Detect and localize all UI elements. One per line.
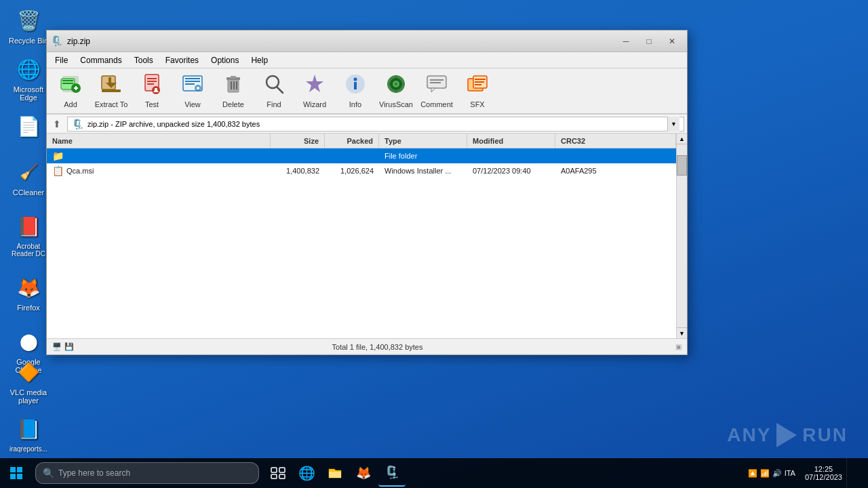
file-size-cell: 1,400,832 [271, 165, 325, 176]
find-icon [263, 73, 285, 98]
virusscan-icon [385, 73, 407, 98]
svg-rect-47 [430, 82, 441, 83]
find-button[interactable]: Find [254, 70, 294, 111]
test-button[interactable]: Test [132, 70, 172, 111]
tray-volume-icon: 🔊 [772, 469, 782, 478]
scroll-up-button[interactable]: ▲ [677, 134, 687, 144]
search-icon: 🔍 [43, 468, 54, 479]
edge-icon[interactable]: 🌐 Microsoft Edge [7, 56, 50, 102]
view-label: View [184, 100, 201, 108]
menu-bar: File Commands Tools Favorites Options He… [47, 52, 687, 68]
edge-taskbar[interactable]: 🌐 [293, 460, 320, 487]
clock-time: 12:25 [814, 465, 833, 473]
anyrun-watermark: ANY RUN [727, 423, 848, 447]
firefox-taskbar[interactable]: 🦊 [350, 460, 377, 487]
acrobat-icon[interactable]: 📕 Acrobat Reader DC [7, 213, 50, 258]
svg-rect-51 [475, 81, 484, 83]
menu-file[interactable]: File [50, 54, 73, 66]
scroll-thumb[interactable] [677, 155, 687, 176]
ccleaner-icon[interactable]: 🧹 CCleaner [7, 159, 50, 197]
test-label: Test [145, 100, 159, 108]
menu-commands[interactable]: Commands [75, 54, 127, 66]
svg-marker-45 [431, 88, 435, 92]
extract-icon [100, 73, 122, 98]
col-header-modified[interactable]: Modified [467, 134, 555, 148]
comment-button[interactable]: Comment [417, 70, 456, 111]
svg-rect-10 [102, 89, 121, 92]
add-button[interactable]: Add [51, 70, 90, 111]
menu-tools[interactable]: Tools [129, 54, 159, 66]
scrollbar[interactable]: ▲ ▼ [676, 134, 687, 338]
toolbar: Add Extract To [47, 68, 687, 115]
col-header-type[interactable]: Type [379, 134, 467, 148]
virusscan-button[interactable]: VirusScan [376, 70, 416, 111]
show-desktop-button[interactable] [846, 458, 868, 488]
winzip-taskbar[interactable]: 🗜️ [378, 460, 406, 487]
view-icon [182, 73, 203, 98]
window-title: zip.zip [67, 37, 615, 46]
address-dropdown-button[interactable]: ▼ [667, 117, 679, 131]
col-header-packed[interactable]: Packed [325, 134, 379, 148]
sfx-button[interactable]: SFX [458, 70, 497, 111]
extract-label: Extract To [95, 100, 128, 108]
wizard-button[interactable]: Wizard [295, 70, 334, 111]
svg-rect-57 [271, 468, 277, 472]
explorer-taskbar[interactable] [321, 460, 349, 487]
back-button[interactable]: ⬆ [50, 117, 64, 131]
svg-rect-46 [430, 79, 443, 81]
status-icons: 🖥️ 💾 [52, 342, 74, 351]
table-row[interactable]: 📋 Qca.msi 1,400,832 1,026,624 Windows In… [47, 163, 676, 178]
maximize-button[interactable]: □ [638, 33, 660, 49]
view-button[interactable]: View [173, 70, 212, 111]
sfx-icon [467, 73, 488, 98]
svg-rect-54 [17, 467, 22, 472]
svg-rect-9 [108, 77, 111, 85]
col-header-name[interactable]: Name [47, 134, 271, 148]
svg-rect-34 [354, 82, 357, 89]
start-button[interactable] [0, 458, 33, 488]
firefox-icon[interactable]: 🦊 Firefox [7, 274, 50, 312]
table-row[interactable]: 📁 File folder [47, 148, 676, 163]
menu-options[interactable]: Options [205, 54, 244, 66]
file-list-body: 📁 File folder 📋 Qca.msi [47, 148, 676, 338]
system-clock[interactable]: 12:25 07/12/2023 [801, 464, 846, 483]
file-modified-cell: 07/12/2023 09:40 [467, 165, 555, 176]
vlc-icon[interactable]: 🔶 VLC media player [7, 359, 50, 405]
tray-up-icon[interactable]: 🔼 [748, 469, 757, 478]
search-bar[interactable]: 🔍 [35, 462, 259, 484]
word-icon[interactable]: 📘 iraqreports... [7, 415, 50, 453]
add-icon [60, 73, 81, 98]
window-controls: ─ □ ✕ [615, 33, 683, 49]
svg-point-23 [197, 87, 199, 89]
minimize-button[interactable]: ─ [615, 33, 637, 49]
menu-favorites[interactable]: Favorites [160, 54, 204, 66]
close-button[interactable]: ✕ [661, 33, 683, 49]
recycle-bin-icon[interactable]: 🗑️ Recycle Bin [7, 7, 50, 45]
info-button[interactable]: Info [336, 70, 375, 111]
wizard-label: Wizard [303, 100, 326, 108]
col-header-size[interactable]: Size [271, 134, 325, 148]
menu-help[interactable]: Help [245, 54, 273, 66]
svg-rect-13 [147, 81, 157, 82]
file-name-cell: 📋 Qca.msi [47, 164, 271, 178]
svg-rect-20 [185, 81, 200, 82]
svg-rect-53 [10, 467, 16, 472]
col-header-crc32[interactable]: CRC32 [555, 134, 676, 148]
folder-name-cell: 📁 [47, 149, 271, 163]
scroll-down-button[interactable]: ▼ [677, 327, 687, 338]
folder-packed-cell [325, 155, 379, 157]
svg-rect-29 [236, 81, 237, 89]
extract-button[interactable]: Extract To [92, 70, 131, 111]
document-icon[interactable]: 📄 [7, 113, 50, 142]
delete-label: Delete [222, 100, 244, 108]
delete-button[interactable]: Delete [214, 70, 253, 111]
sfx-label: SFX [470, 100, 484, 108]
search-input[interactable] [58, 468, 252, 478]
svg-rect-59 [271, 474, 277, 479]
svg-point-35 [354, 78, 357, 81]
svg-rect-28 [233, 81, 235, 89]
svg-rect-26 [231, 76, 236, 79]
taskview-button[interactable] [264, 460, 292, 487]
svg-rect-56 [17, 474, 22, 479]
column-headers: Name Size Packed Type Modified CRC32 [47, 134, 676, 148]
